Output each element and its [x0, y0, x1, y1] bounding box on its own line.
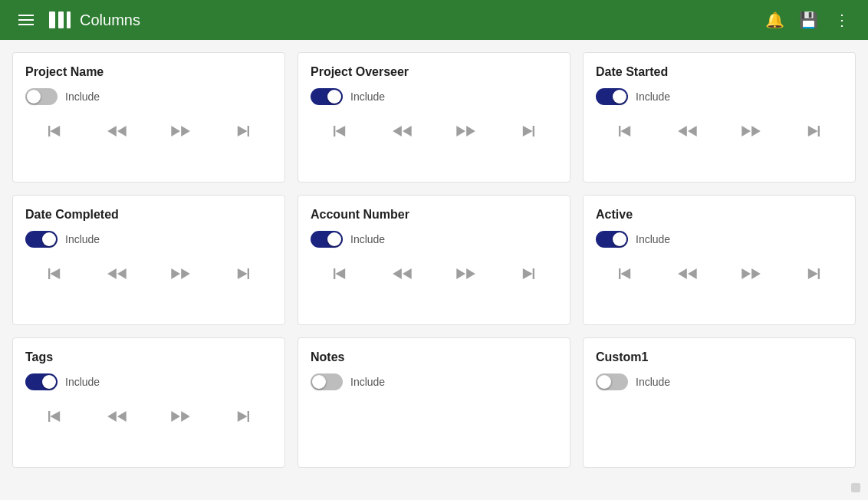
svg-marker-34	[393, 268, 402, 279]
notification-icon[interactable]: 🔔	[761, 6, 788, 34]
svg-marker-2	[107, 126, 117, 137]
rewind-button-project-name[interactable]	[100, 117, 134, 145]
svg-marker-9	[336, 126, 346, 137]
svg-marker-44	[751, 268, 761, 279]
svg-marker-46	[817, 268, 819, 279]
rewind-button-date-started[interactable]	[671, 117, 705, 145]
fast-forward-button-active[interactable]	[734, 260, 768, 288]
svg-marker-4	[181, 126, 190, 137]
skip-forward-button-active[interactable]	[797, 260, 831, 288]
svg-marker-14	[532, 126, 534, 137]
fast-forward-button-tags[interactable]	[163, 403, 197, 430]
svg-marker-5	[172, 126, 181, 137]
card-project-name: Project Name Include	[12, 52, 285, 183]
svg-marker-31	[238, 268, 248, 279]
skip-forward-button-project-overseer[interactable]	[512, 117, 546, 145]
svg-marker-29	[172, 268, 181, 279]
include-label-account-number: Include	[350, 233, 385, 245]
toggle-row-tags: Include	[25, 373, 272, 390]
card-title-date-started: Date Started	[596, 65, 843, 79]
card-title-project-name: Project Name	[25, 65, 272, 79]
include-label-custom1: Include	[636, 376, 670, 388]
skip-forward-button-tags[interactable]	[227, 403, 261, 430]
card-tags: Tags Include	[12, 337, 285, 468]
rewind-button-active[interactable]	[671, 260, 705, 288]
skip-back-button-account-number[interactable]	[322, 260, 356, 288]
svg-marker-50	[107, 411, 117, 422]
fast-forward-button-date-completed[interactable]	[163, 260, 197, 288]
svg-marker-43	[688, 268, 697, 279]
svg-marker-55	[238, 411, 248, 422]
svg-marker-37	[457, 268, 466, 279]
svg-marker-3	[117, 126, 127, 137]
svg-marker-18	[678, 126, 687, 137]
svg-marker-25	[51, 268, 61, 279]
svg-marker-51	[117, 411, 127, 422]
toggle-row-date-started: Include	[596, 88, 843, 105]
svg-marker-35	[403, 268, 412, 279]
fast-forward-button-account-number[interactable]	[449, 260, 482, 288]
skip-back-button-date-started[interactable]	[607, 117, 641, 145]
toggle-project-name[interactable]	[25, 88, 58, 105]
toggle-notes[interactable]	[311, 373, 343, 390]
toggle-project-overseer[interactable]	[311, 88, 343, 105]
card-title-tags: Tags	[25, 350, 272, 364]
skip-back-button-project-overseer[interactable]	[322, 117, 356, 145]
rewind-button-project-overseer[interactable]	[386, 117, 419, 145]
fast-forward-button-date-started[interactable]	[734, 117, 768, 145]
svg-marker-1	[51, 126, 61, 137]
card-title-active: Active	[596, 208, 843, 222]
toggle-account-number[interactable]	[311, 231, 343, 248]
fast-forward-button-project-overseer[interactable]	[449, 117, 482, 145]
svg-marker-20	[751, 126, 761, 137]
rewind-button-date-completed[interactable]	[100, 260, 134, 288]
svg-marker-32	[334, 268, 335, 279]
svg-marker-28	[181, 268, 190, 279]
card-active: Active Include	[583, 195, 856, 325]
header-actions: 🔔 💾 ⋮	[761, 6, 856, 34]
svg-marker-48	[48, 411, 50, 422]
toggle-date-completed[interactable]	[25, 231, 58, 248]
toggle-row-notes: Include	[311, 373, 557, 390]
skip-forward-button-date-completed[interactable]	[227, 260, 261, 288]
app-header: Columns 🔔 💾 ⋮	[0, 0, 868, 40]
svg-marker-17	[621, 126, 631, 137]
card-title-custom1: Custom1	[596, 350, 843, 364]
toggle-custom1[interactable]	[596, 373, 628, 390]
include-label-date-completed: Include	[65, 233, 100, 245]
skip-forward-button-project-name[interactable]	[227, 117, 261, 145]
rewind-button-account-number[interactable]	[386, 260, 419, 288]
include-label-active: Include	[636, 233, 670, 245]
toggle-active[interactable]	[596, 231, 628, 248]
menu-button[interactable]	[12, 8, 40, 31]
svg-marker-16	[619, 126, 620, 137]
svg-marker-53	[172, 411, 181, 422]
skip-back-button-project-name[interactable]	[37, 117, 71, 145]
toggle-row-custom1: Include	[596, 373, 843, 390]
media-controls-date-completed	[25, 257, 272, 288]
skip-back-button-tags[interactable]	[37, 403, 71, 430]
card-project-overseer: Project Overseer Include	[298, 52, 570, 183]
skip-back-button-date-completed[interactable]	[37, 260, 71, 288]
svg-marker-38	[532, 268, 534, 279]
card-custom1: Custom1 Include	[583, 337, 856, 468]
cards-grid: Project Name Include Project Overseer	[0, 40, 868, 480]
fast-forward-button-project-name[interactable]	[163, 117, 197, 145]
svg-marker-0	[48, 126, 50, 137]
save-icon[interactable]: 💾	[794, 6, 822, 34]
svg-marker-12	[466, 126, 475, 137]
skip-forward-button-date-started[interactable]	[797, 117, 831, 145]
svg-marker-42	[678, 268, 687, 279]
media-controls-project-overseer	[311, 114, 557, 145]
toggle-tags[interactable]	[25, 373, 58, 390]
more-options-icon[interactable]: ⋮	[828, 6, 856, 34]
svg-marker-13	[457, 126, 466, 137]
svg-marker-27	[117, 268, 127, 279]
skip-forward-button-account-number[interactable]	[512, 260, 546, 288]
rewind-button-tags[interactable]	[100, 403, 134, 430]
svg-marker-40	[619, 268, 620, 279]
toggle-date-started[interactable]	[596, 88, 628, 105]
svg-marker-41	[621, 268, 631, 279]
skip-back-button-active[interactable]	[607, 260, 641, 288]
svg-marker-22	[817, 126, 819, 137]
